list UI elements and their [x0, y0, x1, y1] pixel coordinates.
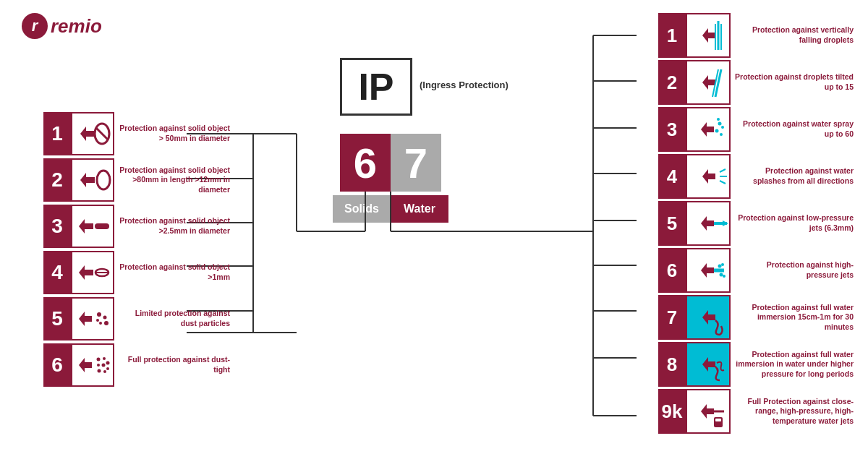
- svg-rect-31: [95, 223, 109, 229]
- svg-marker-54: [702, 75, 715, 90]
- category-solids: Solids: [333, 195, 391, 223]
- water-desc-2: Protection against droplets tilted up to…: [731, 72, 854, 92]
- solid-icon-6: [71, 343, 114, 387]
- logo-p-letter: r: [32, 17, 38, 35]
- water-num-4: 4: [658, 154, 686, 199]
- svg-point-62: [721, 126, 724, 129]
- water-desc-8: Protection against full water immersion …: [731, 350, 854, 380]
- svg-point-42: [97, 358, 101, 361]
- svg-point-60: [720, 133, 723, 136]
- solid-row-6: 6 Full protection against dust-tight: [43, 343, 230, 387]
- ip-label: IP: [358, 68, 393, 106]
- svg-point-49: [103, 370, 106, 373]
- solid-row-1: 1 Protection against solid object > 50mm…: [43, 112, 230, 155]
- solid-num-3: 3: [43, 205, 71, 248]
- svg-marker-76: [702, 310, 715, 325]
- svg-marker-30: [79, 219, 93, 234]
- water-icon-4: [686, 154, 731, 199]
- solids-list: 1 Protection against solid object > 50mm…: [43, 112, 230, 387]
- water-row-9k: 9k Full Protection against close-range, …: [658, 389, 854, 434]
- svg-line-27: [96, 128, 108, 140]
- solid-num-5: 5: [43, 297, 71, 340]
- digit-solid: 6: [340, 134, 391, 192]
- water-desc-5: Protection against low-pressure jets (6.…: [731, 213, 854, 233]
- ip-box-container: IP: [340, 58, 412, 116]
- solid-desc-4: Protection against solid object >1mm: [114, 262, 230, 282]
- svg-point-29: [97, 171, 110, 189]
- svg-point-37: [103, 316, 107, 320]
- solid-num-6: 6: [43, 343, 71, 387]
- water-icon-8: [686, 342, 731, 387]
- category-labels: Solids Water: [333, 195, 448, 223]
- solid-num-4: 4: [43, 251, 71, 294]
- water-desc-7: Protection against full water immersion …: [731, 303, 854, 333]
- svg-point-45: [97, 364, 100, 367]
- water-row-8: 8 Protection against full water immersio…: [658, 342, 854, 387]
- water-icon-6: [686, 248, 731, 293]
- water-row-1: 1 Protection against vertically falling …: [658, 13, 854, 58]
- water-num-9k: 9k: [658, 389, 686, 434]
- water-num-6: 6: [658, 248, 686, 293]
- water-row-4: 4 Protection against water splashes from…: [658, 154, 854, 199]
- water-num-1: 1: [658, 13, 686, 58]
- water-icon-3: [686, 107, 731, 152]
- svg-line-64: [720, 169, 726, 172]
- logo-circle: r: [22, 13, 48, 39]
- solid-icon-5: [71, 297, 114, 340]
- svg-point-59: [715, 129, 719, 133]
- water-icon-2: [686, 60, 731, 105]
- svg-point-74: [720, 273, 723, 277]
- water-desc-3: Protection against water spray up to 60: [731, 119, 854, 139]
- svg-point-61: [717, 118, 720, 121]
- solid-icon-3: [71, 205, 114, 248]
- svg-marker-70: [701, 263, 714, 278]
- svg-marker-50: [702, 28, 715, 43]
- solid-desc-2: Protection against solid object >80mm in…: [114, 166, 230, 195]
- solid-row-2: 2 Protection against solid object >80mm …: [43, 158, 230, 202]
- svg-point-47: [106, 367, 109, 370]
- digit-water: 7: [391, 134, 441, 192]
- solid-row-4: 4 Protection against solid object >1mm: [43, 251, 230, 294]
- water-row-3: 3 Protection against water spray up to 6…: [658, 107, 854, 152]
- svg-marker-77: [702, 357, 715, 372]
- svg-marker-78: [701, 404, 714, 419]
- svg-marker-32: [79, 265, 93, 280]
- water-row-2: 2 Protection against droplets tilted up …: [658, 60, 854, 105]
- water-num-5: 5: [658, 201, 686, 246]
- ip-box: IP: [340, 58, 412, 116]
- solid-desc-1: Protection against solid object > 50mm i…: [114, 124, 230, 143]
- water-num-3: 3: [658, 107, 686, 152]
- digits-row: 6 7: [340, 134, 441, 192]
- svg-point-44: [106, 361, 110, 365]
- solid-icon-1: [71, 112, 114, 155]
- svg-point-72: [718, 265, 722, 268]
- ip-subtitle: (Ingress Protection): [420, 80, 509, 90]
- water-num-2: 2: [658, 60, 686, 105]
- water-desc-6: Protection against high-pressure jets: [731, 260, 854, 280]
- solid-desc-3: Protection against solid object >2.5mm i…: [114, 216, 230, 236]
- solid-num-1: 1: [43, 112, 71, 155]
- water-desc-4: Protection against water splashes from a…: [731, 166, 854, 186]
- category-water: Water: [391, 195, 448, 223]
- svg-marker-28: [80, 173, 95, 187]
- svg-point-38: [99, 322, 102, 325]
- water-row-7: 7 Protection against full water immersio…: [658, 295, 854, 340]
- solid-icon-4: [71, 251, 114, 294]
- solid-num-2: 2: [43, 158, 71, 202]
- water-list: 1 Protection against vertically falling …: [658, 13, 854, 434]
- svg-point-39: [104, 321, 109, 325]
- svg-point-43: [103, 357, 106, 360]
- svg-point-36: [97, 312, 101, 317]
- water-icon-7: [686, 295, 731, 340]
- svg-marker-63: [702, 169, 715, 184]
- svg-marker-67: [701, 216, 714, 231]
- logo-brand: remio: [51, 15, 102, 38]
- water-icon-1: [686, 13, 731, 58]
- svg-point-73: [721, 263, 724, 266]
- solid-icon-2: [71, 158, 114, 202]
- logo: r remio: [22, 13, 102, 39]
- svg-marker-25: [80, 127, 95, 141]
- svg-marker-35: [79, 312, 92, 326]
- svg-marker-69: [723, 220, 728, 226]
- svg-point-40: [96, 319, 99, 322]
